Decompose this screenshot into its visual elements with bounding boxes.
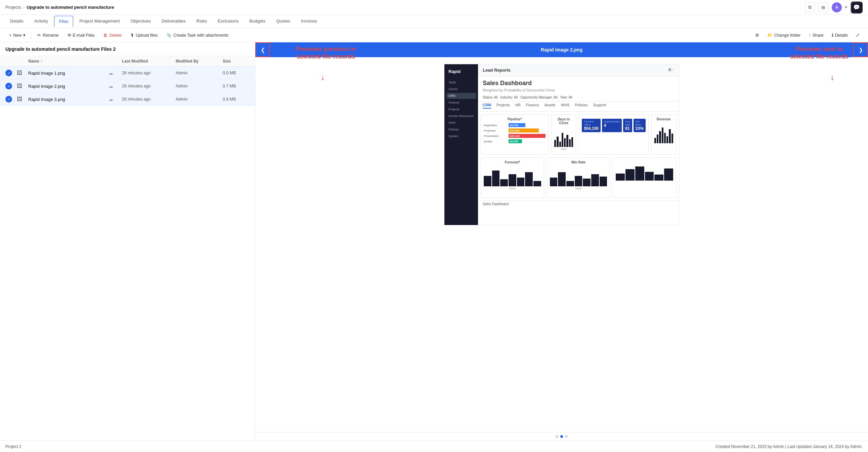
file-row[interactable]: ✓ 🖼 Rapid Image 2.png ☁ 26 minutes ago A…	[0, 80, 255, 93]
toolbar: + New ▾ ✏ Rename ✉ E-mail Files 🗑 Delete…	[0, 28, 868, 43]
tab-invoices[interactable]: Invoices	[296, 16, 322, 27]
file-panel: Upgrade to automated pencil manufacture …	[0, 43, 255, 441]
days-to-close-chart	[554, 127, 573, 147]
dash-subtitle: Weighted by Probability of Successful Cl…	[478, 88, 679, 95]
tab-risks[interactable]: Risks	[192, 16, 212, 27]
expand-icon: ⤢	[856, 33, 860, 38]
cloud-upload-icon: ☁	[108, 83, 122, 89]
file-panel-title: Upgrade to automated pencil manufacture …	[0, 43, 255, 56]
file-size: 0.7 MB	[223, 84, 250, 88]
kpi-label: Pipeline Value	[584, 120, 598, 126]
dash-filters: Status: AllIndustry: AllOpportunity Mana…	[478, 95, 679, 102]
rename-label: Rename	[43, 33, 58, 38]
pipeline-bars: Negotiation$3,750 Proposals$14,000 Prese…	[484, 123, 546, 143]
col-last-modified[interactable]: Last Modified	[122, 59, 176, 63]
new-button[interactable]: + New ▾	[5, 31, 29, 40]
bottom-right: Created November 21, 2023 by Admin | Las…	[716, 444, 863, 449]
copy-icon-btn[interactable]: ⧉	[805, 2, 815, 12]
col-modified-by[interactable]: Modified By	[176, 59, 223, 63]
email-files-button[interactable]: ✉ E-mail Files	[64, 31, 98, 40]
grid-icon-btn[interactable]: ⊞	[818, 2, 828, 12]
breadcrumb-separator: ›	[23, 5, 25, 10]
file-row[interactable]: ✓ 🖼 Rapid Image 1.png ☁ 26 minutes ago A…	[0, 66, 255, 80]
bottom-bar: Project 2 Created November 21, 2023 by A…	[0, 441, 868, 452]
page-dot-3[interactable]	[565, 435, 568, 438]
avatar[interactable]: A	[832, 2, 842, 12]
toolbar-right: ⚙ 📁 Change folder ↑ Share ℹ Details ⤢	[752, 31, 863, 40]
file-modifier: Admin	[176, 84, 223, 88]
page-dot-1[interactable]	[556, 435, 558, 438]
tab-exclusions[interactable]: Exclusions	[213, 16, 243, 27]
preview-panel: Previews previous inselected file record…	[255, 43, 868, 441]
change-folder-label: Change folder	[774, 33, 801, 38]
mock-sidebar-hr: Human Resources	[446, 113, 476, 119]
breadcrumb-projects[interactable]: Projects	[5, 5, 21, 10]
win-rate-card: Win Rate 2024	[547, 158, 610, 198]
tab-files[interactable]: Files	[54, 16, 73, 27]
settings-icon-btn[interactable]: ⚙	[752, 31, 762, 40]
win-rate-chart	[550, 166, 607, 186]
new-label: New	[13, 33, 22, 38]
bottom-left: Project 2	[5, 444, 21, 449]
check-selected-icon: ✓	[5, 69, 12, 76]
kpi-opportunities: Opportunities 4	[602, 119, 622, 132]
change-folder-button[interactable]: 📁 Change folder	[764, 31, 804, 40]
win-rate-title: Win Rate	[550, 161, 607, 164]
create-task-button[interactable]: 📎 Create Task with attachments	[163, 31, 232, 40]
file-row[interactable]: ✓ 🖼 Rapid Image 3.png ☁ 26 minutes ago A…	[0, 93, 255, 106]
pipeline-card: Pipeline* Negotiation$3,750 Proposals$14…	[481, 114, 549, 155]
kpi-win-label: Win Rate	[636, 120, 644, 126]
email-label: E-mail Files	[73, 33, 95, 38]
forecast-title: Forecast*	[484, 161, 541, 164]
dash-nav-whs: WHS	[561, 103, 570, 109]
dash-cards-row1: Pipeline* Negotiation$3,750 Proposals$14…	[478, 112, 679, 155]
dash-header: Lead Reports ⊞ ↑	[478, 64, 679, 76]
extra-chart	[616, 161, 673, 180]
tab-objectives[interactable]: Objectives	[126, 16, 156, 27]
kpi-values: Pipeline Value $54,100 Opportunities 4 A…	[582, 119, 645, 132]
tab-deliverables[interactable]: Deliverables	[157, 16, 190, 27]
avatar-dropdown[interactable]: ▾	[845, 5, 847, 9]
details-button[interactable]: ℹ Details	[829, 31, 851, 40]
details-label: Details	[835, 33, 848, 38]
file-modifier: Admin	[176, 97, 223, 102]
file-size: 0.6 MB	[223, 97, 250, 102]
share-button[interactable]: ↑ Share	[806, 31, 827, 40]
expand-button[interactable]: ⤢	[853, 31, 863, 40]
kpi-val: $54,100	[584, 126, 598, 131]
email-icon: ✉	[67, 33, 71, 38]
dash-nav: CRM Projects HR Finance Assets WHS Polic…	[478, 102, 679, 112]
chat-button[interactable]: 💬	[850, 1, 863, 13]
page-dot-2[interactable]	[560, 435, 563, 438]
file-name: Rapid Image 3.png	[28, 97, 108, 102]
tab-activity[interactable]: Activity	[30, 16, 53, 27]
preview-prev-button[interactable]: ❮	[255, 43, 270, 57]
upload-files-button[interactable]: ⬆ Upload files	[127, 31, 161, 40]
dash-nav-support: Support	[593, 103, 606, 109]
dash-title: Sales Dashboard	[478, 76, 679, 88]
col-size[interactable]: Size	[223, 59, 250, 63]
tab-quotes[interactable]: Quotes	[271, 16, 295, 27]
kpi-win-val: 33%	[636, 126, 644, 131]
days-to-close-card: Days to Close	[551, 114, 576, 155]
top-bar-actions: ⧉ ⊞ A ▾ 💬	[805, 1, 863, 13]
tab-project-management[interactable]: Project Management	[74, 16, 124, 27]
dash-header-title: Lead Reports	[483, 67, 510, 73]
days-to-close-year: 2024	[554, 148, 573, 151]
preview-next-button[interactable]: ❯	[853, 43, 868, 57]
kpi-opp-val: 4	[604, 123, 620, 128]
breadcrumb: Projects › Upgrade to automated pencil m…	[5, 5, 114, 10]
forecast-year: 2024	[484, 187, 541, 190]
rename-button[interactable]: ✏ Rename	[34, 31, 62, 40]
tab-details[interactable]: Details	[5, 16, 28, 27]
kpi-avg: Avg Age 81	[623, 119, 632, 132]
kpi-win: Win Rate 33%	[633, 119, 646, 132]
preview-header: ❮ Rapid Image 2.png ❯	[255, 43, 868, 57]
preview-filename: Rapid Image 2.png	[270, 47, 853, 53]
tab-budgets[interactable]: Budgets	[245, 16, 271, 27]
revenue-chart	[654, 123, 673, 143]
file-modifier: Admin	[176, 70, 223, 75]
delete-button[interactable]: 🗑 Delete	[100, 31, 125, 40]
col-name[interactable]: Name ↑	[28, 59, 108, 63]
dash-header-icons: ⊞ ↑	[668, 67, 674, 73]
